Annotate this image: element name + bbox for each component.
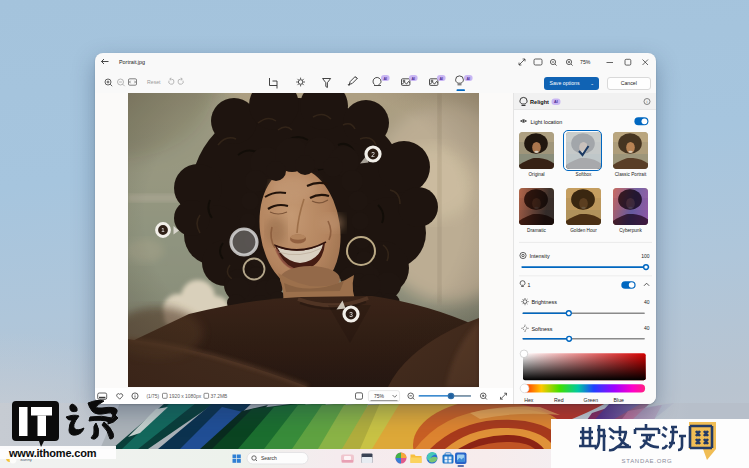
svg-text:AI: AI: [554, 100, 558, 104]
svg-text:100: 100: [641, 253, 650, 259]
svg-text:Green: Green: [584, 397, 599, 403]
svg-text:AI: AI: [440, 77, 444, 81]
svg-text:Relight: Relight: [530, 99, 549, 105]
svg-text:3: 3: [349, 311, 353, 318]
svg-text:75%: 75%: [580, 59, 591, 65]
svg-text:AI: AI: [412, 77, 416, 81]
svg-text:1920 x 1080px: 1920 x 1080px: [169, 394, 202, 399]
svg-text:AI: AI: [384, 77, 388, 81]
svg-text:Reset: Reset: [147, 79, 161, 85]
svg-text:i: i: [647, 99, 648, 104]
svg-text:(1/75): (1/75): [146, 394, 159, 399]
svg-text:40: 40: [644, 299, 650, 305]
svg-text:Hex: Hex: [524, 397, 534, 403]
svg-text:STANDAE.ORG: STANDAE.ORG: [622, 458, 673, 464]
svg-text:Light location: Light location: [531, 119, 563, 125]
svg-text:37.2MB: 37.2MB: [211, 394, 228, 399]
svg-text:1: 1: [528, 282, 531, 288]
svg-text:AI: AI: [467, 77, 471, 81]
svg-text:Brightness: Brightness: [531, 299, 557, 305]
svg-text:Blue: Blue: [614, 397, 624, 403]
svg-text:40: 40: [644, 325, 650, 331]
svg-text:www.ithome.com: www.ithome.com: [8, 447, 97, 459]
svg-text:Search: Search: [261, 455, 277, 461]
svg-text:2: 2: [371, 151, 375, 158]
svg-text:Portrait.jpg: Portrait.jpg: [119, 59, 145, 65]
svg-text:Red: Red: [554, 397, 564, 403]
svg-text:Intensity: Intensity: [530, 253, 550, 259]
svg-text:75%: 75%: [374, 393, 385, 399]
svg-text:Softness: Softness: [531, 326, 552, 332]
